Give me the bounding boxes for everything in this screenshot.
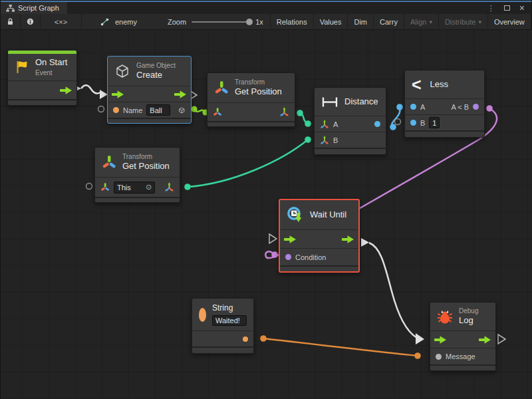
result-output-port[interactable] (473, 104, 479, 110)
tab-script-graph[interactable]: Script Graph (1, 2, 67, 14)
unconnected-port-circle[interactable] (98, 106, 104, 112)
node-header: Wait Until (280, 200, 358, 229)
info-icon (27, 17, 34, 26)
flow-out-port[interactable] (174, 90, 187, 98)
node-string[interactable]: String (192, 298, 254, 354)
wire-create-to-getposition (192, 106, 209, 116)
input-a-row: A (315, 116, 386, 132)
zoom-value: 1x (255, 18, 263, 26)
object-picker-icon[interactable]: ⊙ (146, 183, 152, 192)
node-title: Get Position (235, 86, 282, 98)
window-controls: ⋮ × (487, 2, 531, 14)
condition-port[interactable] (285, 254, 291, 260)
name-port[interactable] (113, 107, 119, 113)
overview-button[interactable]: Overview (488, 14, 531, 29)
flow-row (280, 229, 358, 248)
zoom-slider-handle[interactable] (246, 19, 253, 25)
window-menu-icon[interactable]: ⋮ (487, 4, 495, 13)
inspect-button[interactable] (21, 14, 41, 29)
carry-button[interactable]: Carry (374, 14, 404, 29)
string-icon (199, 308, 206, 322)
align-dropdown[interactable]: Align ▾ (404, 14, 439, 29)
output-row (192, 331, 253, 346)
flow-out-port[interactable] (342, 235, 354, 243)
gameobject-output-port[interactable] (178, 105, 186, 116)
dim-button[interactable]: Dim (348, 14, 374, 29)
flow-in-port[interactable] (112, 90, 124, 98)
flow-row (8, 80, 76, 99)
relations-button[interactable]: Relations (270, 14, 314, 29)
flow-in-port[interactable] (284, 235, 297, 243)
flow-row (108, 86, 191, 102)
flow-in-port[interactable] (434, 336, 447, 344)
unconnected-port-circle[interactable] (395, 119, 401, 125)
node-header: Transform Get Position (95, 148, 180, 177)
unconnected-port-circle[interactable] (86, 184, 92, 190)
distribute-dropdown[interactable]: Distribute ▾ (439, 14, 488, 29)
graph-breadcrumb[interactable]: enemy (94, 14, 144, 29)
vector-output-port[interactable] (279, 107, 289, 117)
flow-out-port[interactable] (60, 86, 72, 94)
close-icon[interactable]: × (519, 3, 525, 13)
node-header: On Start Event (8, 54, 76, 80)
node-title: Less (430, 79, 448, 90)
unconnected-flow-triangle[interactable] (498, 334, 505, 344)
lock-icon (7, 17, 14, 26)
script-graph-window: Script Graph ⋮ × <×> (0, 0, 532, 399)
node-debug-log[interactable]: Debug Log Message (430, 302, 496, 371)
cube-icon (114, 63, 130, 79)
unconnected-flow-triangle[interactable] (269, 234, 277, 243)
values-button[interactable]: Values (314, 14, 348, 29)
wire-waituntil-to-log (361, 238, 424, 344)
node-create[interactable]: Game Object Create Name (107, 56, 192, 124)
target-input[interactable] (117, 184, 144, 192)
node-title: Distance (344, 96, 378, 108)
message-port[interactable] (436, 354, 442, 360)
maximize-icon[interactable] (504, 5, 510, 11)
node-get-position-top[interactable]: Transform Get Position (207, 72, 295, 127)
node-footer (8, 99, 76, 105)
ports-row: ⊙ (95, 177, 180, 197)
node-on-start[interactable]: On Start Event (7, 50, 77, 106)
string-output-port[interactable] (243, 336, 248, 342)
b-value-field[interactable] (429, 117, 440, 128)
wire-onstart-to-create (73, 84, 108, 99)
node-less[interactable]: < Less A A < B B (404, 70, 485, 138)
flag-icon (15, 60, 29, 74)
zoom-control: Zoom 1x (161, 14, 270, 29)
code-view-button[interactable]: <×> (41, 14, 82, 29)
string-value-field[interactable] (212, 315, 247, 326)
node-footer (95, 197, 180, 202)
flow-out-port[interactable] (479, 336, 491, 344)
vector-output-port[interactable] (164, 182, 174, 192)
distribute-label: Distribute (445, 18, 475, 26)
b-input-port[interactable] (410, 120, 416, 126)
port-label-b: B (333, 136, 338, 144)
node-title: Wait Until (310, 209, 346, 221)
lock-button[interactable] (1, 14, 21, 29)
node-header: Game Object Create (108, 57, 191, 86)
vector-input-port[interactable] (320, 136, 329, 145)
input-a-row: A A < B (405, 98, 484, 114)
target-field[interactable]: ⊙ (114, 182, 155, 194)
distance-output-port[interactable] (374, 121, 380, 127)
wire-string-to-log-message (260, 335, 421, 359)
port-label-b: B (420, 119, 425, 127)
a-input-port[interactable] (410, 104, 416, 110)
graph-hierarchy-icon (6, 4, 15, 13)
vector-input-port[interactable] (320, 120, 329, 129)
node-title: On Start (35, 57, 67, 68)
zoom-slider[interactable] (192, 21, 250, 23)
node-distance[interactable]: Distance A B (314, 87, 386, 155)
node-wait-until[interactable]: Wait Until Condition (279, 199, 360, 273)
node-header: Debug Log (430, 303, 495, 331)
node-header: Distance (315, 88, 386, 116)
transform-input-port[interactable] (213, 107, 222, 117)
name-field[interactable] (146, 104, 170, 116)
node-category: Transform (235, 78, 282, 86)
chevron-down-icon: ▾ (478, 19, 481, 25)
node-get-position-this[interactable]: Transform Get Position ⊙ (94, 147, 180, 203)
graph-canvas[interactable]: On Start Event Game Object Create (1, 30, 532, 399)
transform-input-port[interactable] (100, 182, 110, 192)
node-category: Game Object (136, 61, 176, 70)
